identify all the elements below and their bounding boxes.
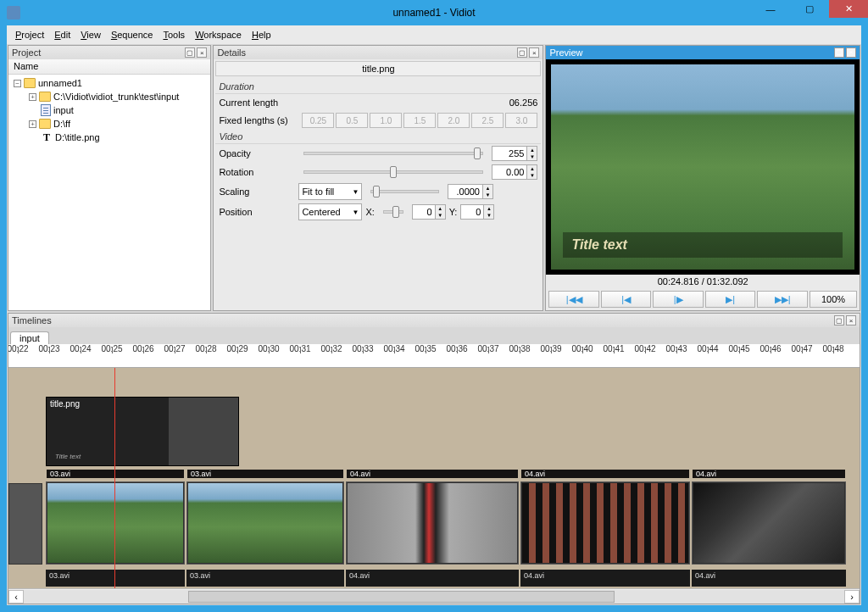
tree-item[interactable]: TD:\title.png (10, 131, 209, 144)
goto-end-button[interactable]: ▶▶| (757, 291, 808, 308)
timeline-body[interactable]: title.png Title text 03.avi03.avi04.avi0… (8, 368, 860, 604)
x-spin[interactable]: ▲▼ (412, 204, 446, 220)
timelines-panel: Timelines ▢ × input 00:2200:2300:2400:25… (8, 313, 860, 604)
video-clip[interactable]: 04.avi (346, 481, 519, 565)
audio-clip[interactable]: 04.avi (346, 570, 519, 587)
clip-label: 03.avi (187, 470, 343, 478)
clip-stub[interactable] (8, 483, 42, 565)
rotation-spin[interactable]: ▲▼ (492, 164, 537, 180)
y-label: Y: (449, 207, 458, 217)
goto-start-button[interactable]: |◀◀ (548, 291, 599, 308)
menu-help[interactable]: Help (247, 28, 276, 42)
project-column-name[interactable]: Name (8, 59, 210, 75)
menu-edit[interactable]: Edit (49, 28, 75, 42)
zoom-value[interactable]: 100% (810, 291, 857, 308)
titlebar: unnamed1 - Vidiot — ▢ ✕ (0, 0, 868, 25)
playhead[interactable] (114, 368, 115, 588)
opacity-spin[interactable]: ▲▼ (492, 146, 537, 161)
tree-item[interactable]: +D:\ff (10, 117, 209, 131)
panel-max-icon[interactable]: ▢ (185, 47, 195, 58)
menu-tools[interactable]: Tools (158, 28, 190, 42)
preset-button[interactable]: 3.0 (505, 113, 537, 128)
tree-toggle-icon[interactable]: − (14, 80, 21, 87)
ruler-tick: 00:36 (442, 344, 471, 353)
preset-button[interactable]: 0.25 (302, 113, 334, 128)
preset-button[interactable]: 1.5 (403, 113, 436, 128)
video-clip[interactable]: 04.avi (520, 481, 690, 565)
video-clip[interactable]: 03.avi (46, 481, 185, 565)
audio-clip[interactable]: 03.avi (46, 570, 185, 587)
ruler-tick: 00:30 (254, 344, 283, 353)
close-button[interactable]: ✕ (829, 0, 868, 18)
scaling-spin[interactable]: ▲▼ (448, 184, 493, 199)
ruler-tick: 00:39 (537, 344, 565, 353)
opacity-slider[interactable] (303, 152, 483, 155)
audio-clip[interactable]: 04.avi (692, 570, 846, 587)
audio-clip[interactable]: 04.avi (520, 570, 690, 587)
title-overlay: Title text (563, 232, 843, 258)
title-clip[interactable]: title.png Title text (46, 397, 239, 466)
tree-item[interactable]: +C:\Vidiot\vidiot_trunk\test\input (10, 90, 209, 103)
video-clip[interactable]: 04.avi (692, 481, 846, 565)
maximize-button[interactable]: ▢ (790, 0, 829, 18)
x-slider[interactable] (383, 210, 403, 214)
y-spin[interactable]: ▲▼ (460, 204, 494, 220)
horizontal-scrollbar[interactable]: ‹ › (8, 588, 860, 604)
duration-section: Duration (215, 80, 541, 94)
menu-view[interactable]: View (75, 28, 106, 42)
scaling-slider[interactable] (370, 190, 439, 193)
clip-thumbnail (348, 483, 517, 563)
preview-header: Preview (549, 47, 582, 58)
timeline-tab-input[interactable]: input (10, 331, 49, 344)
tree-label: D:\title.png (55, 132, 100, 142)
current-length-value: 06.256 (509, 97, 538, 108)
ruler-tick: 00:45 (725, 344, 754, 353)
timeline-ruler[interactable]: 00:2200:2300:2400:2500:2600:2700:2800:29… (8, 344, 860, 368)
preset-button[interactable]: 0.5 (336, 113, 368, 128)
tree-item[interactable]: input (10, 103, 209, 117)
position-mode-combo[interactable]: Centered▼ (298, 203, 362, 220)
panel-max-icon[interactable]: ▢ (834, 47, 844, 58)
panel-max-icon[interactable]: ▢ (517, 47, 527, 58)
scaling-mode-combo[interactable]: Fit to fill▼ (298, 183, 362, 200)
tree-item[interactable]: −unnamed1 (10, 76, 209, 90)
panel-close-icon[interactable]: × (846, 315, 856, 325)
ruler-tick: 00:28 (192, 344, 220, 353)
ruler-tick: 00:32 (317, 344, 346, 353)
video-clip[interactable]: 03.avi (186, 481, 344, 565)
menu-sequence[interactable]: Sequence (106, 28, 159, 42)
clip-thumbnail (188, 483, 342, 563)
step-back-button[interactable]: |◀ (601, 291, 652, 308)
preset-button[interactable]: 2.0 (437, 113, 470, 128)
scroll-left-icon[interactable]: ‹ (8, 590, 24, 604)
ruler-tick: 00:48 (819, 344, 848, 353)
minimize-button[interactable]: — (751, 0, 790, 18)
panel-max-icon[interactable]: ▢ (834, 315, 844, 325)
folder-icon (24, 78, 36, 88)
scroll-right-icon[interactable]: › (844, 590, 860, 604)
panel-close-icon[interactable]: × (846, 47, 856, 58)
preset-button[interactable]: 2.5 (471, 113, 504, 128)
ruler-tick: 00:40 (568, 344, 597, 353)
rotation-slider[interactable] (303, 170, 483, 174)
step-forward-button[interactable]: ▶| (705, 291, 756, 308)
menu-project[interactable]: Project (10, 28, 49, 42)
tree-toggle-icon[interactable]: + (29, 93, 36, 101)
tree-toggle-icon[interactable]: + (29, 120, 36, 128)
clip-label: 04.avi (347, 470, 518, 478)
tree-label: C:\Vidiot\vidiot_trunk\test\input (53, 92, 179, 102)
ruler-tick: 00:44 (693, 344, 722, 353)
clip-label: 03.avi (47, 470, 184, 478)
preview-video[interactable]: Title text (546, 59, 860, 275)
preset-button[interactable]: 1.0 (370, 113, 402, 128)
play-button[interactable]: |▶ (653, 291, 704, 308)
audio-clip[interactable]: 03.avi (186, 570, 344, 587)
ruler-tick: 00:26 (129, 344, 158, 353)
ruler-tick: 00:23 (35, 344, 64, 353)
menu-workspace[interactable]: Workspace (190, 28, 247, 42)
panel-close-icon[interactable]: × (529, 47, 539, 58)
project-panel: Project ▢ × Name −unnamed1+C:\Vidiot\vid… (8, 45, 211, 311)
panel-close-icon[interactable]: × (197, 47, 207, 58)
project-header: Project (12, 47, 41, 58)
rotation-label: Rotation (219, 167, 295, 177)
